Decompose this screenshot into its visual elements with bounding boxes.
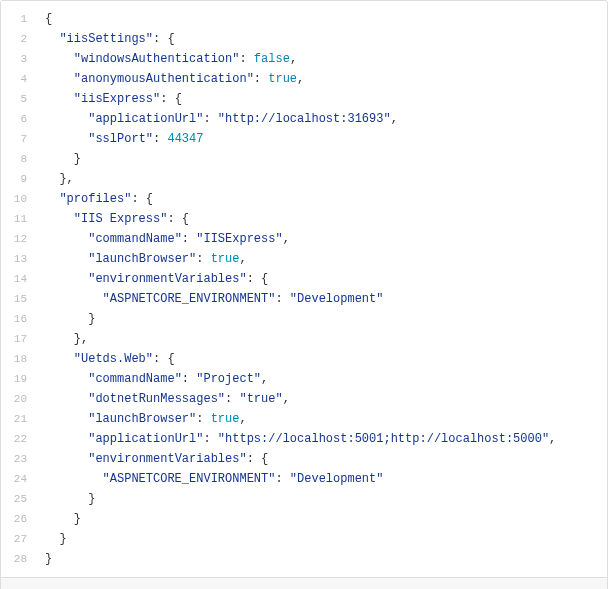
- line-number[interactable]: 10: [1, 189, 37, 209]
- code-line: "ASPNETCORE_ENVIRONMENT": "Development": [37, 289, 607, 309]
- code-line: {: [37, 9, 607, 29]
- code-line: }: [37, 549, 607, 569]
- line-number[interactable]: 13: [1, 249, 37, 269]
- line-number[interactable]: 28: [1, 549, 37, 569]
- code-line: },: [37, 169, 607, 189]
- code-line: "environmentVariables": {: [37, 269, 607, 289]
- code-line: "dotnetRunMessages": "true",: [37, 389, 607, 409]
- code-line: "Uetds.Web": {: [37, 349, 607, 369]
- line-number[interactable]: 22: [1, 429, 37, 449]
- line-number[interactable]: 23: [1, 449, 37, 469]
- code-line: "iisExpress": {: [37, 89, 607, 109]
- code-line: "launchBrowser": true,: [37, 409, 607, 429]
- line-number[interactable]: 9: [1, 169, 37, 189]
- code-line: "ASPNETCORE_ENVIRONMENT": "Development": [37, 469, 607, 489]
- code-source: { "iisSettings": { "windowsAuthenticatio…: [37, 1, 607, 577]
- line-number[interactable]: 14: [1, 269, 37, 289]
- code-line: }: [37, 529, 607, 549]
- line-number[interactable]: 15: [1, 289, 37, 309]
- code-line: "applicationUrl": "https://localhost:500…: [37, 429, 607, 449]
- line-number[interactable]: 16: [1, 309, 37, 329]
- code-line: "sslPort": 44347: [37, 129, 607, 149]
- line-number[interactable]: 7: [1, 129, 37, 149]
- line-number[interactable]: 18: [1, 349, 37, 369]
- code-line: "commandName": "Project",: [37, 369, 607, 389]
- code-line: "profiles": {: [37, 189, 607, 209]
- line-number[interactable]: 21: [1, 409, 37, 429]
- code-line: }: [37, 489, 607, 509]
- line-number[interactable]: 20: [1, 389, 37, 409]
- line-number[interactable]: 19: [1, 369, 37, 389]
- code-line: "commandName": "IISExpress",: [37, 229, 607, 249]
- line-number[interactable]: 8: [1, 149, 37, 169]
- line-number[interactable]: 26: [1, 509, 37, 529]
- line-number[interactable]: 6: [1, 109, 37, 129]
- line-number[interactable]: 4: [1, 69, 37, 89]
- code-line: },: [37, 329, 607, 349]
- line-number[interactable]: 17: [1, 329, 37, 349]
- code-line: }: [37, 509, 607, 529]
- gist-meta: launchSettings.json hosted with ❤ by Git…: [1, 577, 607, 589]
- code-line: "environmentVariables": {: [37, 449, 607, 469]
- line-number[interactable]: 2: [1, 29, 37, 49]
- code-line: "anonymousAuthentication": true,: [37, 69, 607, 89]
- line-number[interactable]: 3: [1, 49, 37, 69]
- line-number[interactable]: 24: [1, 469, 37, 489]
- line-number[interactable]: 25: [1, 489, 37, 509]
- line-numbers: 1234567891011121314151617181920212223242…: [1, 1, 37, 577]
- gist-container: 1234567891011121314151617181920212223242…: [0, 0, 608, 589]
- line-number[interactable]: 12: [1, 229, 37, 249]
- code-line: "iisSettings": {: [37, 29, 607, 49]
- line-number[interactable]: 5: [1, 89, 37, 109]
- code-line: "windowsAuthentication": false,: [37, 49, 607, 69]
- code-line: "IIS Express": {: [37, 209, 607, 229]
- line-number[interactable]: 1: [1, 9, 37, 29]
- code-line: }: [37, 149, 607, 169]
- code-block: 1234567891011121314151617181920212223242…: [1, 1, 607, 577]
- code-line: "launchBrowser": true,: [37, 249, 607, 269]
- line-number[interactable]: 11: [1, 209, 37, 229]
- code-line: }: [37, 309, 607, 329]
- code-line: "applicationUrl": "http://localhost:3169…: [37, 109, 607, 129]
- line-number[interactable]: 27: [1, 529, 37, 549]
